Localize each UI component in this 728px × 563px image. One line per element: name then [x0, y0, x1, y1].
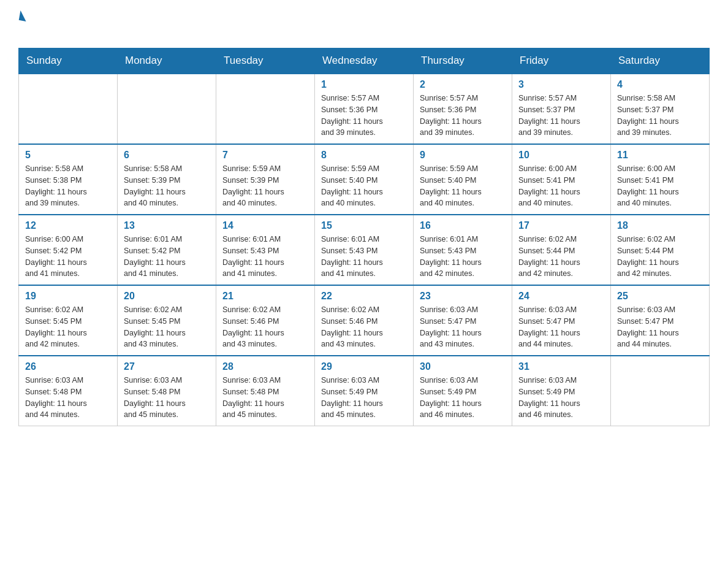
day-info: Sunrise: 5:57 AM Sunset: 5:36 PM Dayligh… [321, 93, 407, 139]
day-number: 6 [124, 150, 210, 161]
day-number: 2 [420, 79, 506, 90]
day-number: 7 [222, 150, 308, 161]
day-number: 24 [518, 291, 604, 302]
calendar-cell: 10Sunrise: 6:00 AM Sunset: 5:41 PM Dayli… [512, 144, 611, 215]
week-row-2: 5Sunrise: 5:58 AM Sunset: 5:38 PM Daylig… [19, 144, 710, 215]
day-number: 23 [420, 291, 506, 302]
day-header-thursday: Thursday [414, 48, 512, 74]
day-number: 26 [25, 361, 111, 372]
day-info: Sunrise: 5:57 AM Sunset: 5:36 PM Dayligh… [420, 93, 506, 139]
calendar-cell: 1Sunrise: 5:57 AM Sunset: 5:36 PM Daylig… [315, 74, 414, 144]
day-number: 10 [518, 150, 604, 161]
calendar-cell: 18Sunrise: 6:02 AM Sunset: 5:44 PM Dayli… [611, 215, 710, 285]
day-number: 22 [321, 291, 407, 302]
day-number: 16 [420, 220, 506, 231]
calendar-cell: 15Sunrise: 6:01 AM Sunset: 5:43 PM Dayli… [315, 215, 414, 285]
calendar-cell: 6Sunrise: 5:58 AM Sunset: 5:39 PM Daylig… [118, 144, 216, 215]
day-number: 27 [124, 361, 210, 372]
calendar-cell [19, 74, 118, 144]
calendar-cell: 9Sunrise: 5:59 AM Sunset: 5:40 PM Daylig… [414, 144, 512, 215]
calendar-cell: 30Sunrise: 6:03 AM Sunset: 5:49 PM Dayli… [414, 356, 512, 426]
day-number: 13 [124, 220, 210, 231]
calendar-cell: 12Sunrise: 6:00 AM Sunset: 5:42 PM Dayli… [19, 215, 118, 285]
day-number: 19 [25, 291, 111, 302]
day-info: Sunrise: 5:59 AM Sunset: 5:40 PM Dayligh… [420, 163, 506, 209]
calendar-cell: 29Sunrise: 6:03 AM Sunset: 5:49 PM Dayli… [315, 356, 414, 426]
calendar-cell: 27Sunrise: 6:03 AM Sunset: 5:48 PM Dayli… [118, 356, 216, 426]
day-number: 21 [222, 291, 308, 302]
days-header-row: SundayMondayTuesdayWednesdayThursdayFrid… [19, 48, 710, 74]
day-number: 25 [617, 291, 703, 302]
calendar-cell: 24Sunrise: 6:03 AM Sunset: 5:47 PM Dayli… [512, 285, 611, 356]
day-header-sunday: Sunday [19, 48, 118, 74]
day-header-tuesday: Tuesday [216, 48, 315, 74]
day-info: Sunrise: 6:01 AM Sunset: 5:42 PM Dayligh… [124, 234, 210, 280]
day-header-saturday: Saturday [611, 48, 710, 74]
calendar-cell: 13Sunrise: 6:01 AM Sunset: 5:42 PM Dayli… [118, 215, 216, 285]
day-header-friday: Friday [512, 48, 611, 74]
calendar-cell: 2Sunrise: 5:57 AM Sunset: 5:36 PM Daylig… [414, 74, 512, 144]
day-info: Sunrise: 6:03 AM Sunset: 5:49 PM Dayligh… [420, 375, 506, 421]
day-info: Sunrise: 6:02 AM Sunset: 5:46 PM Dayligh… [222, 304, 308, 350]
day-number: 30 [420, 361, 506, 372]
calendar-cell: 31Sunrise: 6:03 AM Sunset: 5:49 PM Dayli… [512, 356, 611, 426]
calendar-cell: 11Sunrise: 6:00 AM Sunset: 5:41 PM Dayli… [611, 144, 710, 215]
day-number: 29 [321, 361, 407, 372]
calendar-cell: 28Sunrise: 6:03 AM Sunset: 5:48 PM Dayli… [216, 356, 315, 426]
day-number: 31 [518, 361, 604, 372]
week-row-4: 19Sunrise: 6:02 AM Sunset: 5:45 PM Dayli… [19, 285, 710, 356]
day-header-wednesday: Wednesday [315, 48, 414, 74]
week-row-3: 12Sunrise: 6:00 AM Sunset: 5:42 PM Dayli… [19, 215, 710, 285]
calendar-cell: 17Sunrise: 6:02 AM Sunset: 5:44 PM Dayli… [512, 215, 611, 285]
page-header [18, 12, 710, 42]
calendar-cell [216, 74, 315, 144]
calendar-cell: 21Sunrise: 6:02 AM Sunset: 5:46 PM Dayli… [216, 285, 315, 356]
day-info: Sunrise: 6:03 AM Sunset: 5:49 PM Dayligh… [321, 375, 407, 421]
day-info: Sunrise: 6:01 AM Sunset: 5:43 PM Dayligh… [420, 234, 506, 280]
week-row-1: 1Sunrise: 5:57 AM Sunset: 5:36 PM Daylig… [19, 74, 710, 144]
day-number: 8 [321, 150, 407, 161]
calendar-cell: 25Sunrise: 6:03 AM Sunset: 5:47 PM Dayli… [611, 285, 710, 356]
calendar-cell: 3Sunrise: 5:57 AM Sunset: 5:37 PM Daylig… [512, 74, 611, 144]
calendar-cell: 26Sunrise: 6:03 AM Sunset: 5:48 PM Dayli… [19, 356, 118, 426]
day-info: Sunrise: 5:58 AM Sunset: 5:38 PM Dayligh… [25, 163, 111, 209]
calendar-cell: 23Sunrise: 6:03 AM Sunset: 5:47 PM Dayli… [414, 285, 512, 356]
day-info: Sunrise: 6:00 AM Sunset: 5:41 PM Dayligh… [617, 163, 703, 209]
day-info: Sunrise: 5:57 AM Sunset: 5:37 PM Dayligh… [518, 93, 604, 139]
day-info: Sunrise: 6:00 AM Sunset: 5:41 PM Dayligh… [518, 163, 604, 209]
calendar-cell: 4Sunrise: 5:58 AM Sunset: 5:37 PM Daylig… [611, 74, 710, 144]
calendar-cell: 8Sunrise: 5:59 AM Sunset: 5:40 PM Daylig… [315, 144, 414, 215]
day-info: Sunrise: 5:58 AM Sunset: 5:39 PM Dayligh… [124, 163, 210, 209]
day-info: Sunrise: 6:02 AM Sunset: 5:44 PM Dayligh… [518, 234, 604, 280]
day-header-monday: Monday [118, 48, 216, 74]
calendar-cell: 19Sunrise: 6:02 AM Sunset: 5:45 PM Dayli… [19, 285, 118, 356]
day-number: 3 [518, 79, 604, 90]
calendar-cell [118, 74, 216, 144]
day-number: 12 [25, 220, 111, 231]
day-number: 17 [518, 220, 604, 231]
day-info: Sunrise: 5:59 AM Sunset: 5:39 PM Dayligh… [222, 163, 308, 209]
day-info: Sunrise: 6:02 AM Sunset: 5:46 PM Dayligh… [321, 304, 407, 350]
day-info: Sunrise: 5:58 AM Sunset: 5:37 PM Dayligh… [617, 93, 703, 139]
calendar-table: SundayMondayTuesdayWednesdayThursdayFrid… [18, 48, 710, 426]
calendar-cell: 14Sunrise: 6:01 AM Sunset: 5:43 PM Dayli… [216, 215, 315, 285]
day-info: Sunrise: 5:59 AM Sunset: 5:40 PM Dayligh… [321, 163, 407, 209]
calendar-cell: 20Sunrise: 6:02 AM Sunset: 5:45 PM Dayli… [118, 285, 216, 356]
day-info: Sunrise: 6:03 AM Sunset: 5:49 PM Dayligh… [518, 375, 604, 421]
day-info: Sunrise: 6:02 AM Sunset: 5:44 PM Dayligh… [617, 234, 703, 280]
day-number: 9 [420, 150, 506, 161]
day-number: 18 [617, 220, 703, 231]
calendar-cell: 7Sunrise: 5:59 AM Sunset: 5:39 PM Daylig… [216, 144, 315, 215]
day-number: 14 [222, 220, 308, 231]
calendar-cell: 22Sunrise: 6:02 AM Sunset: 5:46 PM Dayli… [315, 285, 414, 356]
calendar-cell: 5Sunrise: 5:58 AM Sunset: 5:38 PM Daylig… [19, 144, 118, 215]
day-number: 5 [25, 150, 111, 161]
logo [18, 12, 27, 42]
day-info: Sunrise: 6:01 AM Sunset: 5:43 PM Dayligh… [321, 234, 407, 280]
day-info: Sunrise: 6:03 AM Sunset: 5:48 PM Dayligh… [124, 375, 210, 421]
day-number: 11 [617, 150, 703, 161]
day-info: Sunrise: 6:03 AM Sunset: 5:47 PM Dayligh… [518, 304, 604, 350]
day-number: 20 [124, 291, 210, 302]
week-row-5: 26Sunrise: 6:03 AM Sunset: 5:48 PM Dayli… [19, 356, 710, 426]
day-number: 15 [321, 220, 407, 231]
